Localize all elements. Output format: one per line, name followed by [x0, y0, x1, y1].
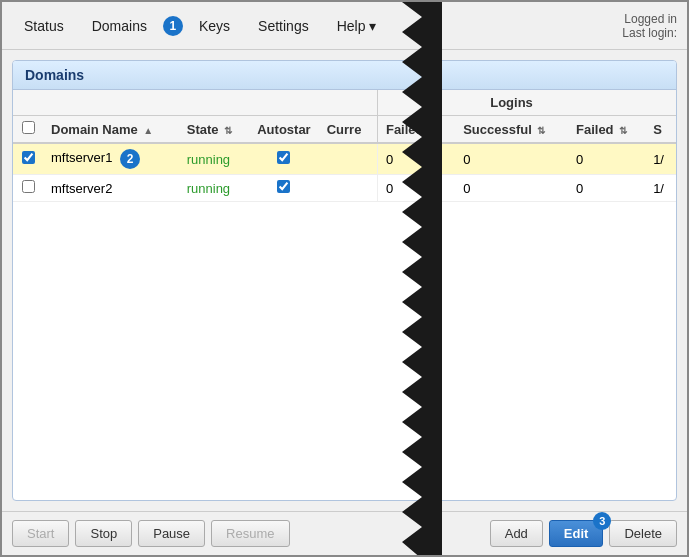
row1-badge: 2 — [120, 149, 140, 169]
empty-group-header — [13, 90, 377, 116]
start-button[interactable]: Start — [12, 520, 69, 547]
row2-logins-successful: 0 — [455, 175, 568, 202]
panel-header: Domains — [13, 61, 676, 90]
row2-autostart-checkbox[interactable] — [277, 180, 290, 193]
row1-logins-successful: 0 — [455, 143, 568, 175]
nav-item-status[interactable]: Status — [12, 12, 76, 40]
panel-title: Domains — [25, 67, 84, 83]
table-body: mftserver1 2 running 0 0 — [13, 143, 676, 202]
row1-logins-failed: 0 — [377, 143, 455, 175]
select-all-checkbox[interactable] — [22, 121, 35, 134]
domain-sort-icon[interactable]: ▲ — [143, 125, 153, 136]
nav-item-keys[interactable]: Keys — [187, 12, 242, 40]
header-logins-failed[interactable]: Failed ⇅ — [377, 116, 455, 144]
last-login-text: Last login: — [622, 26, 677, 40]
header-autostart[interactable]: Autostar — [249, 116, 318, 144]
s-group-header — [645, 90, 676, 116]
row1-checkbox[interactable] — [22, 151, 35, 164]
main-content: Domains Logins — [2, 50, 687, 511]
user-info: Logged in Last login: — [622, 12, 677, 40]
nav-left: Status Domains 1 Keys Settings Help ▾ — [12, 12, 388, 40]
failed-sort-icon[interactable]: ⇅ — [429, 125, 437, 136]
edit-button-wrapper: Edit 3 — [549, 520, 604, 547]
row2-s: 1/ — [645, 175, 676, 202]
row2-checkbox[interactable] — [22, 180, 35, 193]
header-logins-successful[interactable]: Successful ⇅ — [455, 116, 568, 144]
domains-badge: 1 — [163, 16, 183, 36]
state-sort-icon[interactable]: ⇅ — [224, 125, 232, 136]
left-buttons: Start Stop Pause Resume — [12, 520, 290, 547]
delete-button[interactable]: Delete — [609, 520, 677, 547]
nav-item-domains-wrapper[interactable]: Domains 1 — [80, 12, 183, 40]
domains-table: Logins Domain Name ▲ — [13, 90, 676, 202]
row2-logins-failed: 0 — [377, 175, 455, 202]
row2-checkbox-cell[interactable] — [13, 175, 43, 202]
row1-checkbox-cell[interactable] — [13, 143, 43, 175]
navbar: Status Domains 1 Keys Settings Help ▾ Lo… — [2, 2, 687, 50]
panel-body: Logins Domain Name ▲ — [13, 90, 676, 500]
header-s[interactable]: S — [645, 116, 676, 144]
row1-autostart-checkbox[interactable] — [277, 151, 290, 164]
nav-item-domains[interactable]: Domains — [80, 12, 159, 40]
bottom-bar: Start Stop Pause Resume Add Edit 3 Delet… — [2, 511, 687, 555]
failed2-sort-icon[interactable]: ⇅ — [619, 125, 627, 136]
row2-logins-failed2: 0 — [568, 175, 645, 202]
row1-autostart-cell[interactable] — [249, 143, 318, 175]
logins-group-header: Logins — [377, 90, 645, 116]
row1-state: running — [179, 143, 250, 175]
successful-sort-icon[interactable]: ⇅ — [537, 125, 545, 136]
header-checkbox-cell[interactable] — [13, 116, 43, 144]
pause-button[interactable]: Pause — [138, 520, 205, 547]
header-state[interactable]: State ⇅ — [179, 116, 250, 144]
nav-item-settings[interactable]: Settings — [246, 12, 321, 40]
table-row[interactable]: mftserver2 running 0 0 0 1/ — [13, 175, 676, 202]
header-current[interactable]: Curre — [319, 116, 378, 144]
logged-in-text: Logged in — [622, 12, 677, 26]
row2-autostart-cell[interactable] — [249, 175, 318, 202]
stop-button[interactable]: Stop — [75, 520, 132, 547]
row2-state: running — [179, 175, 250, 202]
row1-logins-failed2: 0 — [568, 143, 645, 175]
main-window: Status Domains 1 Keys Settings Help ▾ Lo… — [0, 0, 689, 557]
nav-item-help[interactable]: Help ▾ — [325, 12, 389, 40]
header-domain-name[interactable]: Domain Name ▲ — [43, 116, 179, 144]
row2-domain-name[interactable]: mftserver2 — [43, 175, 179, 202]
row1-domain-name[interactable]: mftserver1 2 — [43, 143, 179, 175]
column-header-row: Domain Name ▲ State ⇅ Autostar — [13, 116, 676, 144]
row1-current — [319, 143, 378, 175]
right-buttons: Add Edit 3 Delete — [490, 520, 677, 547]
domains-panel: Domains Logins — [12, 60, 677, 501]
table-row[interactable]: mftserver1 2 running 0 0 — [13, 143, 676, 175]
add-button[interactable]: Add — [490, 520, 543, 547]
group-header-row: Logins — [13, 90, 676, 116]
row2-current — [319, 175, 378, 202]
resume-button[interactable]: Resume — [211, 520, 289, 547]
header-logins-failed2[interactable]: Failed ⇅ — [568, 116, 645, 144]
row1-s: 1/ — [645, 143, 676, 175]
